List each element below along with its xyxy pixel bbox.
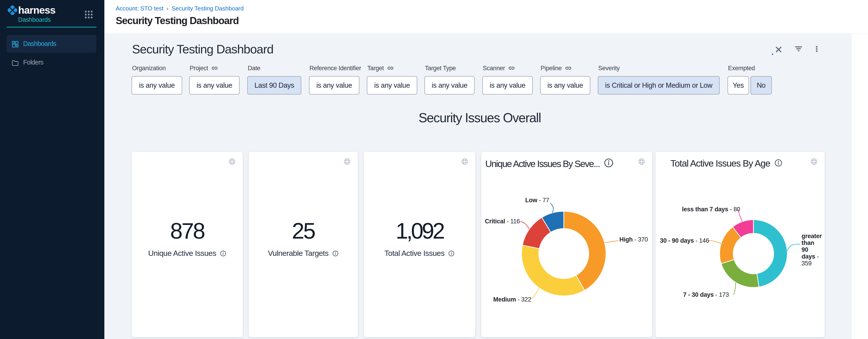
svg-text:than: than xyxy=(802,239,814,246)
svg-text:Critical - 116: Critical - 116 xyxy=(485,218,520,225)
svg-text:High - 370: High - 370 xyxy=(619,236,648,243)
svg-text:Medium - 322: Medium - 322 xyxy=(493,296,531,303)
svg-text:30 - 90 days - 146: 30 - 90 days - 146 xyxy=(660,237,709,244)
svg-text:Low - 77: Low - 77 xyxy=(525,197,549,204)
svg-text:359: 359 xyxy=(802,260,811,267)
svg-text:days -: days - xyxy=(802,253,819,260)
svg-text:90: 90 xyxy=(802,246,808,253)
svg-text:greater: greater xyxy=(802,233,822,239)
svg-text:7 - 30 days - 173: 7 - 30 days - 173 xyxy=(683,291,729,298)
svg-text:less than 7 days - 80: less than 7 days - 80 xyxy=(682,206,740,213)
